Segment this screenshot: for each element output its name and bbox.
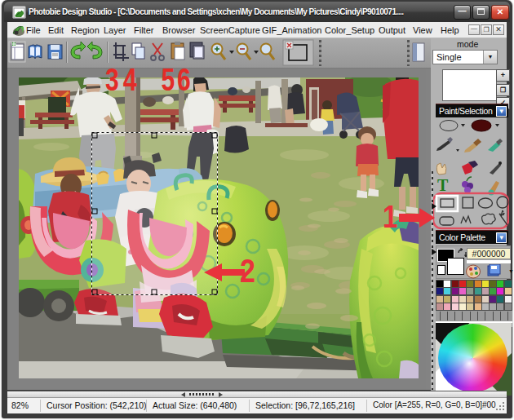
- svg-text:2: 2: [240, 253, 255, 290]
- svg-text:T: T: [437, 176, 449, 194]
- svg-text:1: 1: [383, 198, 397, 232]
